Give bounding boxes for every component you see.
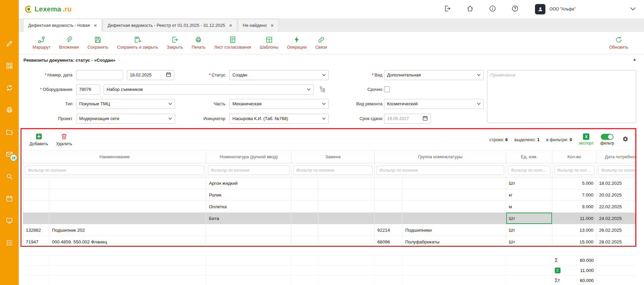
gear-icon[interactable]: [621, 134, 630, 145]
export-excel-button[interactable]: X экспорт: [579, 133, 594, 146]
calendar-icon[interactable]: [422, 115, 428, 122]
grid-cell[interactable]: [206, 224, 291, 236]
column-header-replacement[interactable]: Замена: [291, 151, 375, 163]
grid-cell[interactable]: Ролик: [206, 189, 291, 201]
equipment-tree-button[interactable]: [317, 84, 328, 95]
print-queue-icon[interactable]: [5, 106, 13, 114]
save-and-close-button[interactable]: Сохранить и закрыть: [113, 36, 162, 50]
grid-cell[interactable]: [49, 213, 206, 224]
grid-cell[interactable]: [291, 177, 319, 189]
grid-cell[interactable]: [319, 177, 375, 189]
home-icon[interactable]: [466, 5, 474, 13]
tab-close-icon[interactable]: ×: [94, 23, 97, 28]
grid-cell[interactable]: [23, 177, 49, 189]
folder-icon[interactable]: [5, 128, 13, 136]
qr-grid-icon[interactable]: [5, 62, 13, 70]
tab-not-found[interactable]: Не найдено ×: [238, 19, 279, 31]
grid-cell[interactable]: [291, 236, 319, 247]
grid-cell[interactable]: 68096: [375, 236, 402, 247]
grid-cell[interactable]: 71947: [23, 236, 49, 247]
date-input[interactable]: 18.02.2025: [127, 70, 174, 80]
grid-cell[interactable]: [291, 201, 319, 213]
grid-cell[interactable]: м: [506, 201, 552, 213]
grid-cell[interactable]: [206, 236, 291, 247]
table-row[interactable]: БитаШт11.00024.02.2025: [23, 213, 636, 224]
grid-cell[interactable]: 5.000: [552, 177, 596, 189]
grid-cell[interactable]: [319, 236, 375, 247]
delete-row-button[interactable]: Удалить: [56, 133, 72, 146]
monitor-icon[interactable]: [5, 217, 13, 225]
grid-cell[interactable]: кг: [506, 189, 552, 201]
grid-cell[interactable]: 22.02.2025: [596, 201, 635, 213]
column-header-need-date[interactable]: Дата потребности: [596, 151, 635, 163]
project-select[interactable]: Модернизация сети: [76, 114, 175, 124]
filter-input-quantity[interactable]: [554, 166, 594, 175]
table-row[interactable]: Роликкг7.00020.02.2025: [23, 189, 636, 201]
toggle-switch-icon[interactable]: [601, 134, 613, 140]
table-row[interactable]: Аргон жидкийШт5.00018.02.2025: [23, 177, 636, 189]
grid-cell[interactable]: Подшипники: [402, 224, 506, 236]
grid-cell[interactable]: 26.02.2025: [596, 224, 635, 236]
grid-cell[interactable]: [319, 213, 375, 224]
grid-cell[interactable]: [49, 189, 206, 201]
due-date-input[interactable]: 19.09.2027: [384, 114, 431, 124]
grid-cell[interactable]: 9.000: [552, 201, 596, 213]
repair-type-select[interactable]: Косметический: [384, 99, 484, 109]
search-icon[interactable]: [5, 172, 13, 180]
grid-cell[interactable]: 13.000: [552, 224, 596, 236]
grid-cell[interactable]: Шт: [506, 177, 552, 189]
table-row[interactable]: Оплеткам9.00022.02.2025: [23, 201, 636, 213]
chevron-down-icon[interactable]: [629, 4, 637, 14]
help-icon[interactable]: [511, 5, 519, 13]
approval-sheet-button[interactable]: Лист согласования: [210, 36, 255, 50]
filter-input-date[interactable]: [598, 166, 635, 175]
grid-cell[interactable]: 20.02.2025: [596, 189, 635, 201]
tab-close-icon[interactable]: ×: [229, 23, 232, 28]
mail-icon[interactable]: 28: [5, 150, 13, 158]
initiator-select[interactable]: Насырова К.И. (Таб. №768): [229, 114, 329, 124]
templates-button[interactable]: Шаблоны: [255, 36, 282, 50]
filter-input-name[interactable]: [25, 166, 204, 175]
grid-cell[interactable]: [291, 213, 319, 224]
close-button[interactable]: Закрыть: [162, 36, 187, 50]
grid-cell[interactable]: 132882: [23, 224, 49, 236]
grid-cell[interactable]: Оплетка: [206, 201, 291, 213]
grid-cell[interactable]: 11.000: [552, 213, 596, 224]
grid-cell[interactable]: [319, 189, 375, 201]
info-icon[interactable]: [489, 5, 496, 13]
grid-cell[interactable]: [291, 189, 319, 201]
grid-cell[interactable]: 18.02.2025: [596, 177, 635, 189]
grid-cell[interactable]: [49, 177, 206, 189]
edit-icon[interactable]: [5, 40, 13, 48]
user-avatar[interactable]: [535, 4, 545, 14]
grid-cell[interactable]: 15.000: [552, 236, 596, 247]
column-header-unit[interactable]: Ед. изм.: [506, 151, 552, 163]
grid-cell[interactable]: [23, 213, 49, 224]
exit-icon[interactable]: [444, 5, 451, 13]
grid-cell[interactable]: [375, 189, 402, 201]
grid-cell[interactable]: [375, 201, 402, 213]
note-textarea[interactable]: [487, 70, 636, 123]
column-header-name[interactable]: Наименование: [23, 151, 206, 163]
grid-cell[interactable]: [23, 201, 49, 213]
links-button[interactable]: Связи: [311, 36, 331, 50]
grid-cell[interactable]: [49, 201, 206, 213]
equipment-select[interactable]: Набор съемников: [104, 84, 314, 95]
calendar-icon[interactable]: [166, 72, 171, 78]
tab-defect-sheet-registry[interactable]: Дефектная ведомость - Реестр от 01.01.20…: [103, 19, 237, 31]
column-header-nomenclature-manual[interactable]: Номенклатура (ручной ввод): [206, 151, 291, 163]
tab-defect-sheet-new[interactable]: Дефектная ведомость - Новая ×: [23, 19, 102, 32]
column-header-quantity[interactable]: Кол-во: [552, 151, 596, 163]
grid-cell[interactable]: [23, 189, 49, 201]
grid-cell[interactable]: [402, 201, 506, 213]
filter-input-replacement[interactable]: [293, 166, 373, 175]
grid-cell[interactable]: [291, 224, 319, 236]
save-button[interactable]: Сохранить: [83, 36, 113, 50]
grid-cell[interactable]: [402, 177, 506, 189]
filter-input-nomenclature[interactable]: [208, 166, 289, 175]
vid-select[interactable]: Дополнительная: [384, 70, 484, 80]
part-select[interactable]: Механическая: [229, 99, 329, 109]
calendar-icon[interactable]: [5, 194, 13, 203]
add-row-button[interactable]: Добавить: [30, 133, 48, 146]
grid-cell[interactable]: [319, 201, 375, 213]
